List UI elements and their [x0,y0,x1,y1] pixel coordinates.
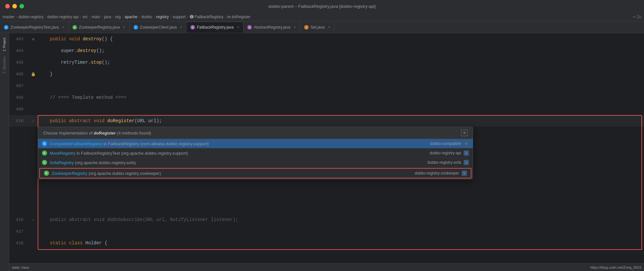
zookeeper-item-wrapper: C ZookeeperRegistry (org.apache.dubbo.re… [39,168,471,178]
popup-file-icon-mock: ≡ [464,150,469,156]
window-controls [5,4,24,8]
tab-icon-abstract: C [247,25,252,30]
tab-zookeeper-registry[interactable]: C ZookeeperRegistry.java × [69,22,130,33]
popup-item-main-compatible: CompatibleFailbackRegistry in FailbackRe… [50,141,422,146]
sidebar-item-structure[interactable]: Z: Structure [2,55,7,75]
popup-module-zookeeper: dubbo-registry-zookeeper [415,171,459,175]
tab-zookeeper-registry-test[interactable]: Z ZookeeperRegistryTest.java × [0,22,69,33]
close-button[interactable] [5,4,10,8]
breadcrumb-org[interactable]: org [115,15,121,19]
tab-zookeeper-client[interactable]: I ZookeeperClient.java × [130,22,187,33]
tab-close-icon[interactable]: × [62,25,64,30]
breadcrumb-failback-registry[interactable]: 🅒 FailbackRegistry [190,15,224,19]
left-sidebar: 1: Project Z: Structure [0,33,9,271]
breadcrumb-main[interactable]: main [92,15,100,19]
code-container: 403 ⇅ public void destroy() { 404 super.… [9,33,644,271]
code-line-407: 407 [9,80,644,92]
gutter-410: ↓ [29,119,38,123]
breadcrumb-java[interactable]: java [104,15,111,19]
popup-module-compatible: dubbo-compatible [430,141,461,146]
line-number: 407 [9,84,29,88]
maximize-button[interactable] [19,4,24,8]
breadcrumb-apache[interactable]: apache [125,15,137,19]
code-text-417 [38,229,644,234]
code-line-418: 418 static class Holder { [9,237,644,249]
gutter-arrow-416: ↓ [32,217,34,222]
popup-header-text: Choose Implementation of doRegister (4 m… [43,131,151,136]
minimize-button[interactable] [12,4,17,8]
tab-label: AbstractRegistry.java [254,25,290,30]
status-left: static class [12,265,29,269]
popup-expand-icon[interactable]: ⧉ [461,130,468,136]
breadcrumb: master › dubbo-registry › dubbo-registry… [0,12,644,21]
tab-icon-zoo: Z [4,25,8,30]
popup-item-compatible[interactable]: C CompatibleFailbackRegistry in Failback… [38,139,473,148]
popup-item-icon-compatible: C [42,141,47,146]
tab-icon-blue: I [134,25,138,30]
popup-item-main-sofa: SofaRegistry (org.apache.dubbo.registry.… [50,160,420,165]
tab-close-icon[interactable]: × [237,25,239,30]
tab-close-icon[interactable]: × [123,25,125,30]
popup-context-zookeeper: (org.apache.dubbo.registry.zookeeper) [88,171,161,176]
breadcrumb-doregister[interactable]: m doRegister [227,15,251,19]
sidebar-item-project[interactable]: 1: Project [2,36,7,53]
tab-set[interactable]: I Set.java × [300,22,334,33]
popup-item-sofa[interactable]: C SofaRegistry (org.apache.dubbo.registr… [38,158,473,167]
code-text-408: // ==== Template method ==== [38,95,644,100]
line-number: 416 [9,217,29,222]
gutter-arrows: ⇅ [32,37,34,42]
window-title: dubbo-parent – FailbackRegistry.java [du… [268,4,376,9]
code-text-416: public abstract void doOnSubscribe(URL u… [38,217,644,222]
code-line-410: 410 ↓ public abstract void doRegister(UR… [9,115,644,127]
code-line-416: 416 ↓ public abstract void doOnSubscribe… [9,214,644,226]
breadcrumb-registry[interactable]: registry [156,15,169,19]
status-bar: static class https://blog.csdn.net/Zong_… [9,263,644,271]
line-number: 408 [9,95,29,100]
popup-class-mock: MockRegistry [50,151,75,156]
tab-close-icon[interactable]: × [294,25,296,30]
breadcrumb-src[interactable]: src [83,15,88,19]
gutter-406: 🔒 [29,72,38,77]
line-number: 417 [9,229,29,234]
tab-icon-set: I [304,25,309,30]
breadcrumb-master[interactable]: master [3,15,15,19]
code-line-406: 406 🔒 } [9,68,644,80]
popup-item-mock[interactable]: C MockRegistry in FailbackRegistryTest (… [38,148,473,158]
breadcrumb-dubbo[interactable]: dubbo [141,15,152,19]
tab-label: ZookeeperRegistryTest.java [10,25,59,30]
editor-area[interactable]: 403 ⇅ public void destroy() { 404 super.… [9,33,644,271]
breadcrumb-nav-icons[interactable]: ⇦ Zo [633,15,641,19]
line-number: 410 [9,119,29,123]
popup-context-mock: in FailbackRegistryTest (org.apache.dubb… [76,151,188,156]
breadcrumb-support[interactable]: support [173,15,186,19]
popup-item-main-mock: MockRegistry in FailbackRegistryTest (or… [50,151,422,156]
main-layout: 1: Project Z: Structure 403 ⇅ public voi… [0,33,644,271]
line-number: 403 [9,37,29,42]
code-line-408: 408 // ==== Template method ==== [9,92,644,103]
line-number: 418 [9,241,29,246]
gutter-416: ↓ [29,217,38,222]
code-text-406: } [38,71,644,77]
popup-item-main-zookeeper: ZookeeperRegistry (org.apache.dubbo.regi… [52,171,407,176]
tab-abstract-registry[interactable]: C AbstractRegistry.java × [243,22,300,33]
code-text-407 [38,83,644,88]
popup-context-compatible: in FailbackRegistry (com.alibaba.dubbo.r… [103,141,209,146]
popup-class-compatible: CompatibleFailbackRegistry [50,141,102,146]
tab-icon-info: C [190,25,195,30]
tab-close-icon[interactable]: × [180,25,182,30]
popup-item-zookeeper[interactable]: C ZookeeperRegistry (org.apache.dubbo.re… [40,169,471,178]
breadcrumb-dubbo-registry-api[interactable]: dubbo-registry-api [47,15,79,19]
tab-icon-green: C [72,25,77,30]
tab-close-icon[interactable]: × [328,25,330,30]
code-line-409: 409 [9,103,644,115]
code-text-410: public abstract void doRegister(URL url)… [38,118,644,123]
code-text-404: super.destroy(); [38,48,644,53]
tab-failback-registry[interactable]: C FailbackRegistry.java × [187,22,243,33]
line-number: 409 [9,107,29,112]
popup-file-icon-sofa: ≡ [464,160,469,165]
breadcrumb-dubbo-registry[interactable]: dubbo-registry [19,15,44,19]
popup-header: Choose Implementation of doRegister (4 m… [38,127,473,139]
tabs-bar: Z ZookeeperRegistryTest.java × C Zookeep… [0,21,644,33]
tab-label: Set.java [311,25,325,30]
line-number: 405 [9,60,29,65]
